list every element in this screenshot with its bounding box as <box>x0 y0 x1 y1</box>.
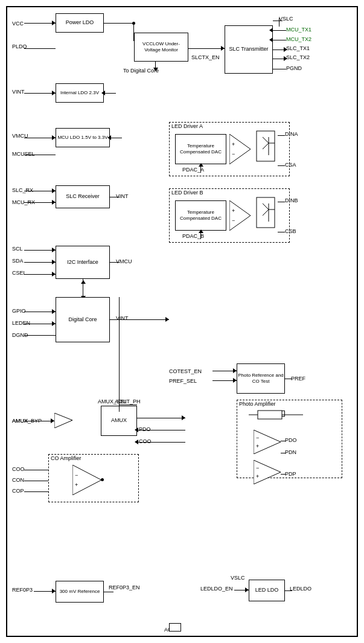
vcc-label: VCC <box>12 21 24 27</box>
line-leden <box>24 324 56 324</box>
line-dgnd <box>24 335 56 336</box>
line-scl <box>24 250 56 251</box>
opamp-b-svg: + − <box>229 200 251 231</box>
line-intldo-out <box>104 93 116 94</box>
opamp-co-amp: − + <box>72 465 103 495</box>
slc-receiver-vint-label: VINT <box>116 193 129 199</box>
line-vint-ldo <box>24 93 56 94</box>
line-csa <box>278 165 285 166</box>
line-pldo <box>24 48 56 49</box>
line-csb <box>278 232 285 232</box>
line-coo <box>137 442 185 443</box>
dot-powerldo-out <box>132 22 135 25</box>
ledldo-label: LEDLDO <box>290 586 311 592</box>
svg-marker-22 <box>254 460 281 484</box>
arrow-slc-tx1 <box>284 47 287 52</box>
arrow-leden <box>52 321 56 326</box>
digital-core-block: Digital Core <box>56 297 110 342</box>
arrow-vmcu <box>52 135 56 140</box>
mcu-tx2-label: MCU_TX2 <box>286 36 311 42</box>
gpio-label: GPIO <box>12 308 26 314</box>
coo-left-label: COO <box>139 438 152 444</box>
main-diagram: VCC PLDO Power LDO VCCLOW Under-Voltage … <box>6 6 358 637</box>
line-mcu-tx2 <box>273 40 286 40</box>
csa-label: CSA <box>285 162 296 168</box>
vslc-bot-label: VSLC <box>231 575 245 581</box>
line-vcc-powerldo <box>24 23 56 24</box>
svg-text:−: − <box>256 435 259 441</box>
arrow-vint <box>52 91 56 95</box>
line-dinb <box>278 202 285 202</box>
opamp-a-svg: + − <box>229 134 251 164</box>
slc-rx-label: SLC_RX <box>12 187 33 193</box>
line-vslc-top-v <box>279 18 279 27</box>
agnd-box <box>169 623 181 632</box>
line-mcu-tx1 <box>273 30 286 31</box>
arrow-intldo-feedback <box>101 91 105 95</box>
arrow-slcrx <box>52 188 56 193</box>
arrow-mcurx <box>52 200 56 205</box>
svg-text:+: + <box>75 482 78 488</box>
line-dina <box>278 135 285 136</box>
line-pdp <box>281 474 286 475</box>
line-mcurx <box>24 202 56 203</box>
line-vslc-top <box>273 21 283 21</box>
arrow-pref-sel <box>233 378 237 383</box>
led-driver-b-label: LED Driver B <box>171 190 203 196</box>
pref-label: PREF <box>291 376 305 382</box>
arrow-sda <box>52 260 56 264</box>
opamp-photo-inv: − + <box>254 430 284 454</box>
pdo-right-label: PDO <box>285 437 297 443</box>
coo-label: COO <box>12 466 25 472</box>
opamp-photo-noninv: − + <box>254 460 284 484</box>
ledldo-en-label: LEDLDO_EN <box>200 586 233 592</box>
csel-label: CSEL <box>12 270 27 276</box>
line-amux-sel-v <box>119 297 120 412</box>
temp-dac-b-block: Temperature Compensated DAC <box>175 200 226 231</box>
line-pgnd <box>273 69 286 69</box>
line-gpio <box>24 312 56 312</box>
arrow-vcc <box>52 21 56 25</box>
svg-text:−: − <box>75 472 78 478</box>
power-ldo-block: Power LDO <box>56 13 104 33</box>
arrow-mcu-tx2 <box>269 37 273 42</box>
arrow-pdac-a <box>199 163 203 167</box>
line-i2c-out <box>110 262 120 263</box>
led-ldo-block: LED LDO <box>249 580 285 601</box>
arrow-digcore-cotest <box>165 317 169 322</box>
scl-label: SCL <box>12 246 23 252</box>
line-con-in <box>24 481 48 481</box>
arrow-slc-tx2 <box>284 56 287 61</box>
line-slctx <box>188 48 225 49</box>
digital-core-vint-label: VINT <box>116 315 129 321</box>
line-pdo <box>137 430 185 430</box>
led-driver-a-label: LED Driver A <box>171 123 203 129</box>
vcclow-monitor-block: VCCLOW Under-Voltage Monitor <box>134 33 188 62</box>
arrow-gpio <box>52 309 56 314</box>
dot-co-amp-out <box>101 478 104 481</box>
svg-text:+: + <box>232 141 235 147</box>
slc-receiver-block: SLC Receiver <box>56 185 110 208</box>
svg-marker-19 <box>254 430 281 454</box>
slc-tx2-label: SLC_TX2 <box>286 54 310 60</box>
slctx-en-label: SLCTX_EN <box>191 54 220 60</box>
line-pdo-right <box>281 441 286 441</box>
arrow-pdac-b <box>199 229 203 233</box>
line-amux-sel-h <box>119 405 137 405</box>
ref0p3-label: REF0P3 <box>12 587 33 593</box>
temp-dac-a-block: Temperature Compensated DAC <box>175 134 226 164</box>
line-cop-in <box>24 491 48 492</box>
svg-text:−: − <box>232 151 235 157</box>
csb-label: CSB <box>285 228 296 234</box>
pgnd-label: PGND <box>286 65 302 71</box>
line-ref0p3-en <box>104 592 113 592</box>
svg-text:+: + <box>232 208 235 214</box>
pdn-label: PDN <box>285 449 296 455</box>
internal-ldo-block: Internal LDO 2.3V <box>56 83 104 103</box>
arrow-cotest <box>233 368 237 373</box>
pref-sel-label: PREF_SEL <box>169 378 197 384</box>
i2c-vmcu-out-label: VMCU <box>116 258 132 264</box>
line-amux-out-ph <box>137 418 185 418</box>
con-label: CON <box>12 477 24 483</box>
line-vmcu-ldo <box>24 138 56 138</box>
